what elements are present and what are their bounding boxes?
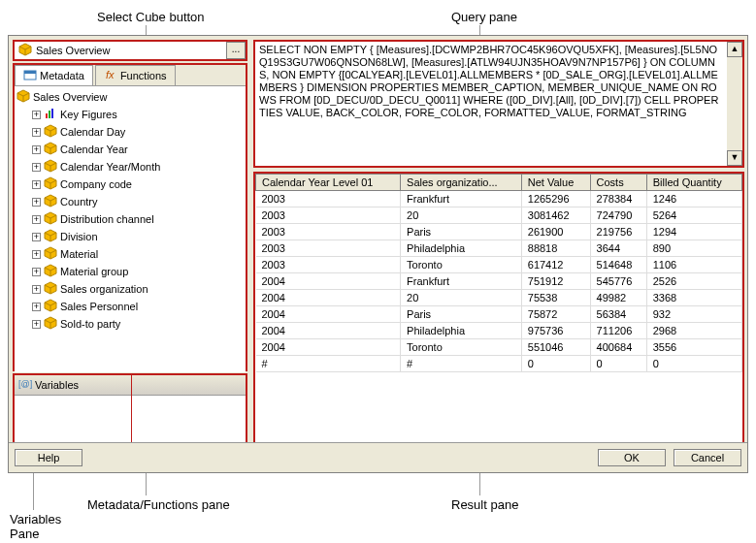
- table-cell: Frankfurt: [401, 273, 522, 290]
- table-cell: 890: [646, 240, 741, 257]
- query-text[interactable]: SELECT NON EMPTY { [Measures].[DCWMP2BHR…: [255, 42, 727, 166]
- table-row[interactable]: 2003Philadelphia888183644890: [256, 240, 742, 257]
- table-row[interactable]: 2003Toronto6174125146481106: [256, 257, 742, 273]
- metadata-icon: [23, 68, 37, 83]
- svg-rect-12: [49, 111, 50, 118]
- cube-name: Sales Overview: [36, 45, 226, 56]
- tabs: Metadata fx Functions: [15, 65, 246, 86]
- expand-icon[interactable]: +: [32, 285, 41, 294]
- expand-icon[interactable]: +: [32, 163, 41, 172]
- tree-item[interactable]: +Sales organization: [32, 280, 244, 298]
- scroll-down-button[interactable]: ▼: [727, 150, 742, 166]
- table-cell: #: [401, 356, 522, 372]
- annotation-meta-pane: Metadata/Functions pane: [87, 497, 230, 512]
- metadata-tree[interactable]: Sales Overview +Key Figures+Calendar Day…: [15, 86, 246, 372]
- expand-icon[interactable]: +: [32, 303, 41, 311]
- tree-item[interactable]: +Key Figures: [32, 106, 244, 123]
- tree-item[interactable]: +Calendar Day: [32, 123, 244, 141]
- scroll-up-button[interactable]: ▲: [727, 42, 742, 57]
- variables-icon: [@]: [18, 377, 32, 393]
- expand-icon[interactable]: +: [32, 111, 41, 119]
- table-header[interactable]: Billed Quantity: [646, 175, 741, 191]
- table-row[interactable]: 2004Toronto5510464006843556: [256, 339, 742, 356]
- tree-root[interactable]: Sales Overview: [16, 88, 244, 106]
- help-button[interactable]: Help: [15, 449, 82, 466]
- table-row[interactable]: 2003Frankfurt12652962783841246: [256, 191, 742, 208]
- tree-item[interactable]: +Company code: [32, 176, 244, 193]
- table-cell: Toronto: [401, 339, 522, 356]
- tree-item-label: Country: [60, 196, 98, 208]
- table-cell: 20: [401, 208, 522, 224]
- tree-item[interactable]: +Country: [32, 193, 244, 210]
- svg-text:fx: fx: [106, 69, 115, 80]
- tree-item-label: Sold-to party: [60, 318, 120, 330]
- table-header[interactable]: Costs: [590, 175, 646, 191]
- app-window: Sales Overview ... Metadata fx Functions…: [8, 35, 748, 473]
- tree-item[interactable]: +Material: [32, 245, 244, 263]
- table-cell: 1106: [646, 257, 741, 273]
- expand-icon[interactable]: +: [32, 250, 41, 259]
- cube-select-bar: Sales Overview ...: [13, 40, 247, 61]
- expand-icon[interactable]: +: [32, 145, 41, 154]
- query-scrollbar[interactable]: ▲ ▼: [727, 42, 742, 166]
- tree-item[interactable]: +Material group: [32, 263, 244, 280]
- footer: Help OK Cancel: [9, 442, 747, 472]
- expand-icon[interactable]: +: [32, 268, 41, 276]
- select-cube-button[interactable]: ...: [226, 42, 246, 59]
- tree-item[interactable]: +Sold-to party: [32, 315, 244, 333]
- tree-item-icon: [44, 229, 57, 244]
- ok-button[interactable]: OK: [598, 449, 666, 466]
- table-cell: 545776: [590, 273, 646, 290]
- table-row[interactable]: 20032030814627247905264: [256, 208, 742, 224]
- annotation-query-pane: Query pane: [451, 10, 517, 24]
- annotation-vars-pane2: Pane: [10, 527, 39, 541]
- table-cell: 724790: [590, 208, 646, 224]
- tree-item[interactable]: +Distribution channel: [32, 210, 244, 228]
- table-header[interactable]: Net Value: [521, 175, 590, 191]
- table-cell: 2003: [256, 240, 401, 257]
- table-row[interactable]: 2004Frankfurt7519125457762526: [256, 273, 742, 290]
- cancel-button[interactable]: Cancel: [674, 449, 741, 466]
- table-header[interactable]: Sales organizatio...: [401, 175, 522, 191]
- tab-label: Metadata: [40, 70, 84, 81]
- metadata-functions-pane: Metadata fx Functions Sales Overview +Ke…: [13, 63, 247, 371]
- table-row[interactable]: 2004Paris7587256384932: [256, 306, 742, 323]
- table-row[interactable]: ##000: [256, 356, 742, 372]
- table-cell: Paris: [401, 306, 522, 323]
- expand-icon[interactable]: +: [32, 128, 41, 137]
- table-cell: 514648: [590, 257, 646, 273]
- tree-item-icon: [44, 107, 57, 122]
- tree-item[interactable]: +Sales Personnel: [32, 298, 244, 315]
- table-header[interactable]: Calendar Year Level 01: [256, 175, 401, 191]
- tree-item[interactable]: +Calendar Year: [32, 141, 244, 158]
- table-cell: 2968: [646, 323, 741, 339]
- tab-functions[interactable]: fx Functions: [95, 65, 176, 85]
- table-cell: 932: [646, 306, 741, 323]
- variables-title: Variables: [35, 379, 79, 391]
- table-cell: 2003: [256, 208, 401, 224]
- table-cell: 20: [401, 290, 522, 306]
- tree-item-icon: [44, 264, 57, 279]
- table-cell: 49982: [590, 290, 646, 306]
- expand-icon[interactable]: +: [32, 233, 41, 241]
- table-cell: Paris: [401, 224, 522, 240]
- expand-icon[interactable]: +: [32, 180, 41, 189]
- expand-icon[interactable]: +: [32, 320, 41, 329]
- table-row[interactable]: 2004Philadelphia9757367112062968: [256, 323, 742, 339]
- table-cell: 400684: [590, 339, 646, 356]
- annotation-vars-pane: Variables: [10, 512, 61, 527]
- table-cell: 278384: [590, 191, 646, 208]
- table-cell: 88818: [521, 240, 590, 257]
- table-row[interactable]: 2003Paris2619002197561294: [256, 224, 742, 240]
- table-cell: 0: [521, 356, 590, 372]
- table-cell: 0: [646, 356, 741, 372]
- tree-item[interactable]: +Division: [32, 228, 244, 245]
- tab-metadata[interactable]: Metadata: [15, 65, 93, 85]
- expand-icon[interactable]: +: [32, 215, 41, 224]
- table-cell: 75538: [521, 290, 590, 306]
- expand-icon[interactable]: +: [32, 198, 41, 207]
- table-row[interactable]: 20042075538499823368: [256, 290, 742, 306]
- table-cell: 219756: [590, 224, 646, 240]
- tree-item[interactable]: +Calendar Year/Month: [32, 158, 244, 176]
- table-cell: 1294: [646, 224, 741, 240]
